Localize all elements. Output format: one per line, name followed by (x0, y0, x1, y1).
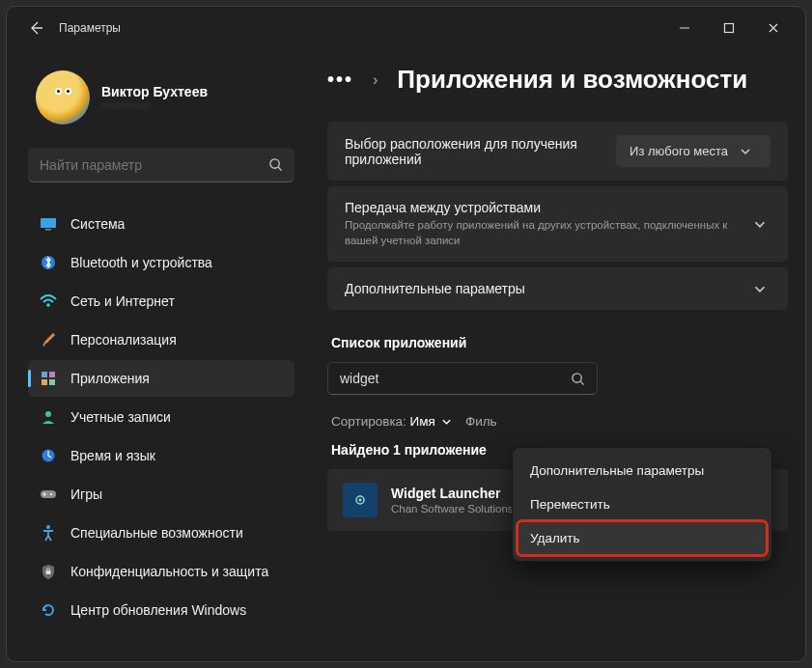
sidebar-item-accounts[interactable]: Учетные записи (28, 399, 294, 435)
card-title: Передача между устройствами (345, 200, 753, 215)
avatar (36, 70, 90, 125)
close-button[interactable] (751, 13, 796, 43)
menu-item-advanced[interactable]: Дополнительные параметры (513, 454, 771, 487)
breadcrumb: ••• › Приложения и возможности (327, 65, 788, 95)
update-icon (40, 601, 57, 619)
titlebar: Параметры (7, 7, 805, 49)
sort-filter-row: Сортировка: Имя Филь (331, 414, 788, 429)
person-icon (40, 408, 57, 426)
dropdown-value: Из любого места (630, 144, 728, 158)
svg-point-19 (359, 499, 362, 502)
svg-point-10 (45, 411, 51, 417)
sidebar-item-label: Система (70, 216, 125, 232)
page-title: Приложения и возможности (397, 65, 747, 95)
card-share-devices[interactable]: Передача между устройствами Продолжайте … (327, 186, 788, 262)
profile-email: ················· (101, 99, 208, 111)
sort-label: Сортировка: (331, 414, 406, 429)
svg-point-16 (573, 373, 581, 381)
chevron-down-icon (740, 148, 757, 155)
sidebar-item-label: Сеть и Интернет (70, 293, 175, 309)
profile[interactable]: Виктор Бухтеев ················· (36, 70, 294, 125)
filter-by[interactable]: Филь (465, 414, 497, 429)
sidebar-item-privacy[interactable]: Конфиденциальность и защита (28, 553, 294, 590)
bluetooth-icon (40, 254, 57, 271)
svg-point-13 (50, 493, 53, 496)
maximize-button[interactable] (707, 13, 751, 43)
app-vendor: Chan Software Solutions (391, 503, 514, 515)
profile-name: Виктор Бухтеев (101, 84, 208, 99)
chevron-right-icon: › (373, 71, 378, 89)
card-subtitle: Продолжайте работу приложений на других … (345, 218, 753, 248)
app-list-search-input[interactable] (340, 371, 571, 386)
display-icon (40, 215, 57, 233)
clock-globe-icon (40, 447, 57, 464)
svg-rect-8 (42, 379, 47, 385)
svg-rect-15 (46, 571, 51, 574)
svg-rect-6 (42, 372, 47, 377)
chevron-down-icon (441, 418, 452, 426)
search-icon (571, 372, 585, 386)
sidebar-item-label: Конфиденциальность и защита (70, 564, 268, 579)
sidebar-item-personalization[interactable]: Персонализация (28, 321, 294, 358)
sort-by[interactable]: Сортировка: Имя (331, 414, 452, 429)
sidebar: Виктор Бухтеев ················· Система… (7, 49, 306, 661)
sidebar-item-label: Центр обновления Windows (70, 602, 246, 618)
sidebar-item-gaming[interactable]: Игры (28, 476, 294, 513)
sidebar-search-input[interactable] (40, 157, 268, 173)
menu-item-uninstall[interactable]: Удалить (518, 521, 767, 555)
minimize-button[interactable] (662, 13, 707, 43)
svg-rect-7 (49, 372, 55, 377)
svg-rect-2 (41, 218, 56, 228)
sidebar-item-label: Bluetooth и устройства (70, 255, 212, 270)
chevron-down-icon (753, 285, 770, 293)
card-title: Дополнительные параметры (345, 281, 753, 296)
svg-point-1 (270, 159, 279, 168)
sidebar-item-apps[interactable]: Приложения (28, 360, 294, 397)
sidebar-item-bluetooth[interactable]: Bluetooth и устройства (28, 244, 294, 281)
sidebar-item-label: Приложения (70, 371, 150, 386)
card-more-params[interactable]: Дополнительные параметры (327, 267, 788, 310)
menu-item-move[interactable]: Переместить (513, 487, 771, 521)
sidebar-item-label: Персонализация (70, 332, 177, 348)
accessibility-icon (40, 524, 57, 542)
context-menu: Дополнительные параметры Переместить Уда… (512, 447, 772, 562)
card-title: Выбор расположения для получения приложе… (345, 136, 616, 167)
section-title-app-list: Список приложений (331, 335, 788, 350)
sidebar-item-update[interactable]: Центр обновления Windows (28, 592, 294, 628)
sidebar-item-network[interactable]: Сеть и Интернет (28, 283, 294, 320)
sidebar-search[interactable] (28, 148, 294, 182)
sort-value: Имя (410, 414, 435, 429)
nav: Система Bluetooth и устройства Сеть и Ин… (28, 206, 294, 628)
brush-icon (40, 331, 57, 348)
back-button[interactable] (24, 16, 47, 40)
sidebar-item-label: Время и язык (70, 448, 155, 463)
search-icon (268, 157, 283, 172)
svg-rect-0 (725, 24, 734, 33)
wifi-icon (40, 292, 57, 310)
shield-icon (40, 563, 57, 580)
app-icon (343, 483, 378, 517)
card-install-location[interactable]: Выбор расположения для получения приложе… (327, 122, 788, 181)
gamepad-icon (40, 486, 57, 503)
svg-rect-9 (49, 379, 55, 385)
chevron-down-icon (753, 220, 770, 229)
app-list-search[interactable] (327, 362, 598, 395)
svg-point-5 (46, 303, 50, 307)
main-content: ••• › Приложения и возможности Выбор рас… (306, 49, 805, 661)
svg-rect-3 (45, 229, 51, 231)
sidebar-item-system[interactable]: Система (28, 206, 294, 242)
window-title: Параметры (59, 21, 121, 35)
svg-point-14 (46, 525, 50, 529)
breadcrumb-more-button[interactable]: ••• (327, 69, 353, 91)
sidebar-item-label: Специальные возможности (70, 525, 243, 541)
sidebar-item-label: Игры (70, 487, 102, 502)
sidebar-item-label: Учетные записи (70, 409, 171, 425)
apps-icon (40, 370, 57, 387)
sidebar-item-time[interactable]: Время и язык (28, 437, 294, 474)
sidebar-item-accessibility[interactable]: Специальные возможности (28, 515, 294, 551)
install-location-dropdown[interactable]: Из любого места (616, 135, 770, 167)
